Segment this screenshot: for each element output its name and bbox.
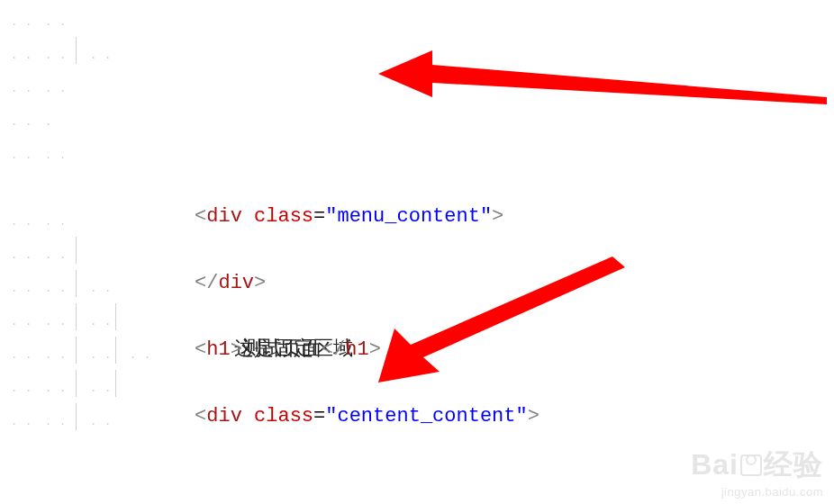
code-line[interactable]: · · · · · · </div> [0, 400, 834, 433]
code-line[interactable]: · · · · <div class="centent_content"> [0, 200, 834, 233]
code-editor[interactable]: · · · · <div class="menu_content"> · · ·… [0, 0, 834, 433]
code-line-blank[interactable]: · · · [0, 100, 834, 133]
code-line-blank[interactable]: · · · · · · [0, 300, 834, 333]
code-line[interactable]: · · · · </div> [0, 67, 834, 100]
code-line-blank[interactable]: · · · · · · [0, 366, 834, 400]
code-line[interactable]: · · · · <h1>测试页面</h1> [0, 133, 834, 166]
watermark: Bai经验 jingyan.baidu.com [691, 446, 823, 499]
code-line[interactable]: · · · · · · <div class="content"> [0, 266, 834, 300]
code-line-blank[interactable]: · · · · [0, 233, 834, 266]
code-line[interactable]: · · · · <div class="menu_content"> [0, 0, 834, 33]
code-line-blank[interactable] [0, 166, 834, 200]
code-line[interactable]: · · · · · · 这是固定区域 [0, 33, 834, 67]
code-line[interactable]: · · · · · · · · <div class="cc">这是内容页面</… [0, 333, 834, 366]
